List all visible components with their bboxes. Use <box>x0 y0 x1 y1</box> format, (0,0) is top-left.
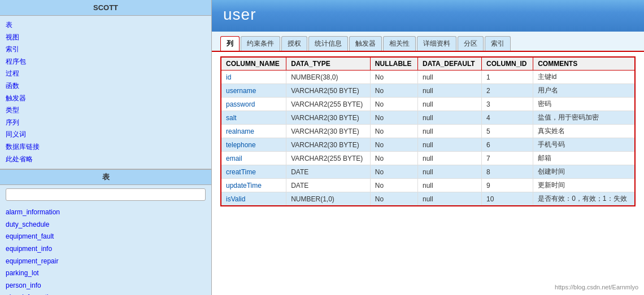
table-cell-comments: 密码 <box>533 98 635 111</box>
table-cell-column_name: password <box>221 98 286 111</box>
table-cell-nullable: No <box>370 98 417 111</box>
table-cell-comments: 是否有效：0，有效；1：失效 <box>533 192 635 206</box>
table-col-header: COLUMN_NAME <box>221 57 286 71</box>
table-cell-comments: 手机号码 <box>533 138 635 152</box>
table-cell-comments: 主键id <box>533 71 635 84</box>
table-cell-comments: 盐值，用于密码加密 <box>533 111 635 125</box>
table-cell-nullable: No <box>370 138 417 152</box>
table-cell-column_id: 5 <box>482 125 533 138</box>
table-cell-nullable: No <box>370 179 417 192</box>
sidebar-nav: 表视图索引程序包过程函数触发器类型序列同义词数据库链接此处省略 <box>0 16 211 169</box>
tab-授权[interactable]: 授权 <box>281 36 307 51</box>
table-row: isValidNUMBER(1,0)Nonull10是否有效：0，有效；1：失效 <box>221 192 635 206</box>
sidebar-table-link[interactable]: duty_schedule <box>6 219 206 231</box>
table-cell-comments: 用户名 <box>533 84 635 98</box>
table-row: emailVARCHAR2(255 BYTE)Nonull7邮箱 <box>221 152 635 165</box>
table-cell-data_type: NUMBER(1,0) <box>286 192 371 206</box>
sidebar-table-link[interactable]: equipment_fault <box>6 231 206 243</box>
table-cell-data_default: null <box>418 152 482 165</box>
table-cell-nullable: No <box>370 165 417 179</box>
sidebar-nav-item[interactable]: 视图 <box>6 32 206 44</box>
sidebar-nav-item[interactable]: 程序包 <box>6 56 206 68</box>
sidebar-nav-item[interactable]: 表 <box>6 19 206 32</box>
sidebar-nav-item[interactable]: 同义词 <box>6 129 206 141</box>
tab-统计信息[interactable]: 统计信息 <box>308 36 348 51</box>
tab-相关性[interactable]: 相关性 <box>383 36 416 51</box>
sidebar-nav-item[interactable]: 函数 <box>6 80 206 93</box>
table-cell-data_default: null <box>418 125 482 138</box>
table-cell-column_id: 3 <box>482 98 533 111</box>
table-cell-nullable: No <box>370 125 417 138</box>
table-row: realnameVARCHAR2(30 BYTE)Nonull5真实姓名 <box>221 125 635 138</box>
table-search-input[interactable] <box>6 188 206 201</box>
table-cell-data_type: VARCHAR2(30 BYTE) <box>286 125 371 138</box>
sidebar-nav-item[interactable]: 索引 <box>6 43 206 56</box>
table-row: idNUMBER(38,0)Nonull1主键id <box>221 71 635 84</box>
table-cell-data_type: NUMBER(38,0) <box>286 71 371 84</box>
sidebar-table-link[interactable]: parking_lot <box>6 267 206 280</box>
sidebar-nav-item[interactable]: 此处省略 <box>6 153 206 166</box>
table-cell-column_name: realname <box>221 125 286 138</box>
tab-触发器[interactable]: 触发器 <box>349 36 382 51</box>
tab-分区[interactable]: 分区 <box>458 36 484 51</box>
table-col-header: DATA_TYPE <box>286 57 371 71</box>
sidebar-table-link[interactable]: person_info <box>6 280 206 292</box>
table-cell-comments: 创建时间 <box>533 165 635 179</box>
table-cell-comments: 邮箱 <box>533 152 635 165</box>
table-cell-column_id: 4 <box>482 111 533 125</box>
table-cell-column_name: salt <box>221 111 286 125</box>
table-cell-data_default: null <box>418 192 482 206</box>
table-cell-nullable: No <box>370 152 417 165</box>
sidebar-table-link[interactable]: equipment_info <box>6 243 206 256</box>
table-cell-column_name: email <box>221 152 286 165</box>
table-cell-column_id: 2 <box>482 84 533 98</box>
table-col-header: DATA_DEFAULT <box>418 57 482 71</box>
sidebar-table-link[interactable]: plan_information <box>6 292 206 295</box>
sidebar-nav-item[interactable]: 数据库链接 <box>6 141 206 153</box>
table-cell-column_id: 9 <box>482 179 533 192</box>
table-cell-data_type: VARCHAR2(50 BYTE) <box>286 84 371 98</box>
table-cell-data_type: VARCHAR2(30 BYTE) <box>286 111 371 125</box>
table-row: usernameVARCHAR2(50 BYTE)Nonull2用户名 <box>221 84 635 98</box>
table-col-header: NULLABLE <box>370 57 417 71</box>
table-cell-data_default: null <box>418 84 482 98</box>
table-cell-data_default: null <box>418 98 482 111</box>
table-row: updateTimeDATENonull9更新时间 <box>221 179 635 192</box>
table-row: creatTimeDATENonull8创建时间 <box>221 165 635 179</box>
table-col-header: COLUMN_ID <box>482 57 533 71</box>
table-cell-data_type: DATE <box>286 179 371 192</box>
sidebar-table-link[interactable]: equipment_repair <box>6 256 206 268</box>
table-header: COLUMN_NAMEDATA_TYPENULLABLEDATA_DEFAULT… <box>221 57 635 71</box>
table-cell-data_type: VARCHAR2(255 BYTE) <box>286 98 371 111</box>
table-cell-column_name: telephone <box>221 138 286 152</box>
table-cell-data_default: null <box>418 138 482 152</box>
table-cell-column_name: creatTime <box>221 165 286 179</box>
table-row: telephoneVARCHAR2(30 BYTE)Nonull6手机号码 <box>221 138 635 152</box>
sidebar-nav-item[interactable]: 类型 <box>6 104 206 117</box>
table-cell-nullable: No <box>370 84 417 98</box>
table-cell-column_id: 10 <box>482 192 533 206</box>
sidebar-nav-item[interactable]: 过程 <box>6 68 206 80</box>
table-cell-nullable: No <box>370 71 417 84</box>
main-tabs: 列约束条件授权统计信息触发器相关性详细资料分区索引 <box>212 32 644 52</box>
sidebar-nav-item[interactable]: 序列 <box>6 117 206 129</box>
table-cell-comments: 更新时间 <box>533 179 635 192</box>
table-cell-nullable: No <box>370 192 417 206</box>
tab-约束条件[interactable]: 约束条件 <box>241 36 280 51</box>
sidebar-search-area <box>0 185 211 204</box>
page-title: user <box>223 6 633 24</box>
sidebar-table-link[interactable]: alarm_information <box>6 206 206 219</box>
table-cell-data_default: null <box>418 71 482 84</box>
table-area: COLUMN_NAMEDATA_TYPENULLABLEDATA_DEFAULT… <box>212 52 644 295</box>
tab-索引[interactable]: 索引 <box>485 36 511 51</box>
sidebar-title: SCOTT <box>0 0 211 16</box>
sidebar: SCOTT 表视图索引程序包过程函数触发器类型序列同义词数据库链接此处省略 表 … <box>0 0 212 295</box>
sidebar-tables-list: alarm_informationduty_scheduleequipment_… <box>0 204 211 295</box>
table-cell-column_name: updateTime <box>221 179 286 192</box>
table-cell-data_type: DATE <box>286 165 371 179</box>
tab-详细资料[interactable]: 详细资料 <box>417 36 456 51</box>
tab-列[interactable]: 列 <box>220 36 240 51</box>
table-cell-data_type: VARCHAR2(255 BYTE) <box>286 152 371 165</box>
table-cell-comments: 真实姓名 <box>533 125 635 138</box>
sidebar-nav-item[interactable]: 触发器 <box>6 93 206 105</box>
